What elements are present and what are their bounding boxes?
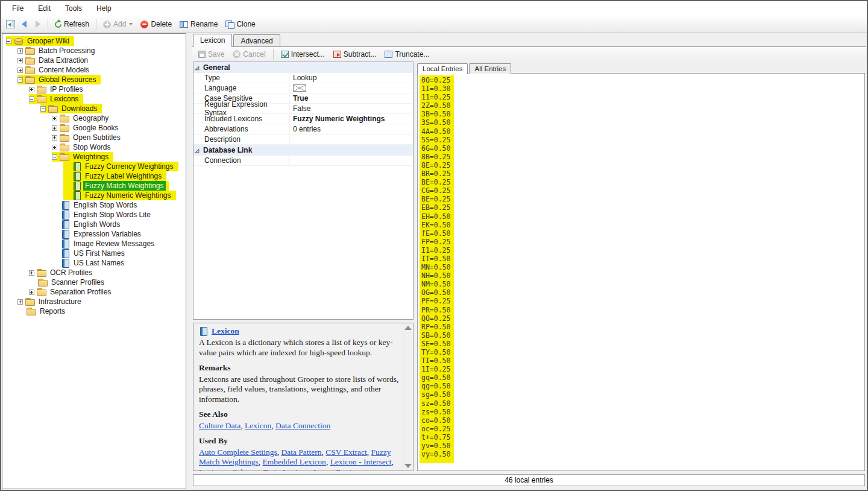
tree-item-downloads[interactable]: Downloads bbox=[2, 104, 186, 113]
lexicon-entry[interactable]: sz=0.50 bbox=[421, 399, 450, 408]
category-collapse-icon[interactable]: ◿ bbox=[195, 148, 203, 153]
lexicon-entry[interactable]: EH=0.50 bbox=[421, 212, 450, 221]
collapse-minus-icon[interactable] bbox=[52, 154, 57, 160]
property-category-general[interactable]: ◿General bbox=[193, 62, 413, 73]
tree-item-batch-processing[interactable]: Batch Processing bbox=[2, 46, 186, 55]
tree-item-expression-variables[interactable]: Expression Variables bbox=[2, 229, 186, 239]
collapse-minus-icon[interactable] bbox=[29, 97, 34, 102]
property-value[interactable] bbox=[290, 83, 413, 93]
lexicon-entry[interactable]: 1I=0.30 bbox=[421, 84, 450, 93]
lexicon-entry[interactable]: OG=0.50 bbox=[421, 288, 450, 297]
tree-item-geography[interactable]: Geography bbox=[2, 113, 186, 123]
lexicon-entry[interactable]: TI=0.50 bbox=[421, 356, 450, 365]
property-row-connection[interactable]: Connection bbox=[193, 156, 413, 166]
collapse-minus-icon[interactable] bbox=[6, 39, 11, 44]
category-collapse-icon[interactable]: ◿ bbox=[195, 65, 203, 71]
tree-item-reports[interactable]: Reports bbox=[2, 306, 186, 316]
tab-advanced[interactable]: Advanced bbox=[233, 34, 280, 46]
tree-item-english-stop-words[interactable]: English Stop Words bbox=[2, 200, 186, 210]
forward-button[interactable] bbox=[31, 17, 45, 31]
lexicon-entry[interactable]: BE=0.25 bbox=[421, 195, 450, 203]
truncate-button[interactable]: Truncate... bbox=[381, 48, 433, 60]
scroll-down-icon[interactable] bbox=[404, 464, 412, 468]
lexicon-entry[interactable]: 2Z=0.50 bbox=[421, 101, 450, 110]
lexicon-entry[interactable]: EK=0.50 bbox=[421, 221, 450, 229]
property-row-description[interactable]: Description bbox=[193, 135, 413, 145]
tree-item-lexicons[interactable]: Lexicons bbox=[2, 94, 186, 104]
link-data-connection[interactable]: Data Connection bbox=[275, 421, 330, 430]
property-value[interactable] bbox=[290, 135, 413, 144]
lexicon-entry[interactable]: NM=0.50 bbox=[421, 280, 450, 288]
lexicon-entry[interactable]: SE=0.50 bbox=[421, 340, 450, 348]
link-lexicon-subtract[interactable]: Lexicon - Subtract bbox=[199, 467, 259, 471]
clone-button[interactable]: Clone bbox=[222, 18, 259, 30]
lexicon-entry[interactable]: yv=0.50 bbox=[421, 442, 450, 450]
tree-item-content-models[interactable]: Content Models bbox=[2, 65, 186, 75]
tree-item-us-first-names[interactable]: US First Names bbox=[2, 249, 186, 258]
link-lexicon-intersect[interactable]: Lexicon - Intersect bbox=[330, 457, 392, 466]
delete-button[interactable]: Delete bbox=[137, 18, 175, 30]
tab-local-entries[interactable]: Local Entries bbox=[417, 63, 468, 74]
tree-item-fuzzy-numeric-weightings[interactable]: Fuzzy Numeric Weightings bbox=[2, 191, 186, 200]
lexicon-entry[interactable]: NH=0.50 bbox=[421, 271, 450, 280]
expand-plus-icon[interactable] bbox=[29, 270, 34, 276]
tree-item-stop-words[interactable]: Stop Words bbox=[2, 142, 186, 152]
expand-plus-icon[interactable] bbox=[29, 87, 34, 92]
lexicon-entry[interactable]: qg=0.50 bbox=[421, 382, 450, 390]
lexicon-entry[interactable]: 11=0.25 bbox=[421, 93, 450, 101]
property-value[interactable]: False bbox=[290, 104, 413, 113]
lexicon-entry[interactable]: 8B=0.25 bbox=[421, 153, 450, 161]
tree-item-us-last-names[interactable]: US Last Names bbox=[2, 258, 186, 268]
menu-tools[interactable]: Tools bbox=[58, 1, 89, 16]
link-image-review[interactable]: Image Review bbox=[313, 467, 360, 471]
tree-item-global-resources[interactable]: Global Resources bbox=[2, 75, 186, 84]
save-button[interactable]: Save bbox=[195, 48, 228, 60]
tree-item-google-books[interactable]: Google Books bbox=[2, 123, 186, 133]
property-category-database-link[interactable]: ◿Database Link bbox=[193, 145, 413, 156]
lexicon-entry[interactable]: BR=0.25 bbox=[421, 169, 450, 178]
collapse-minus-icon[interactable] bbox=[40, 106, 46, 112]
lexicon-entry[interactable]: EB=0.25 bbox=[421, 203, 450, 212]
property-value[interactable]: 0 entries bbox=[290, 124, 413, 134]
lexicon-entry[interactable]: QO=0.25 bbox=[421, 314, 450, 323]
back-button[interactable] bbox=[17, 17, 31, 31]
tree-item-infrastructure[interactable]: Infrastructure bbox=[2, 297, 186, 306]
lexicon-entry[interactable]: IT=0.50 bbox=[421, 255, 450, 263]
tab-all-entries[interactable]: All Entries bbox=[469, 63, 511, 74]
tree-item-ocr-profiles[interactable]: OCR Profiles bbox=[2, 268, 186, 277]
menu-file[interactable]: File bbox=[5, 1, 31, 16]
lexicon-entry[interactable]: zs=0.50 bbox=[421, 408, 450, 416]
lexicon-entry[interactable]: 3B=0.50 bbox=[421, 110, 450, 118]
tree-item-ip-profiles[interactable]: IP Profiles bbox=[2, 84, 186, 94]
property-row-included-lexicons[interactable]: Included LexiconsFuzzy Numeric Weighting… bbox=[193, 114, 413, 124]
lexicon-entry[interactable]: 3S=0.50 bbox=[421, 118, 450, 127]
property-row-language[interactable]: Language bbox=[193, 83, 413, 93]
add-button[interactable]: Add bbox=[99, 18, 136, 30]
lexicon-entry[interactable]: I1=0.25 bbox=[421, 246, 450, 255]
help-title-link[interactable]: Lexicon bbox=[212, 326, 239, 336]
tree-item-fuzzy-match-weightings[interactable]: Fuzzy Match Weightings bbox=[2, 181, 186, 191]
tree-item-english-words[interactable]: English Words bbox=[2, 220, 186, 229]
lexicon-entry[interactable]: FP=0.25 bbox=[421, 238, 450, 246]
property-value[interactable]: Lookup bbox=[290, 73, 413, 83]
link-csv-extract[interactable]: CSV Extract bbox=[326, 448, 366, 457]
collapse-minus-icon[interactable] bbox=[17, 77, 23, 83]
tree-item-data-extraction[interactable]: Data Extraction bbox=[2, 55, 186, 65]
property-value[interactable] bbox=[290, 156, 413, 165]
expand-plus-icon[interactable] bbox=[17, 68, 23, 73]
link-embedded-lexicon[interactable]: Embedded Lexicon bbox=[263, 457, 326, 466]
lexicon-entry[interactable]: CG=0.25 bbox=[421, 186, 450, 195]
lexicon-entry[interactable]: vy=0.50 bbox=[421, 450, 450, 458]
property-row-type[interactable]: TypeLookup bbox=[193, 73, 413, 83]
lexicon-entry[interactable]: SB=0.50 bbox=[421, 331, 450, 340]
help-scrollbar[interactable] bbox=[403, 323, 413, 470]
add-dropdown-caret-icon[interactable] bbox=[129, 23, 133, 25]
tree-item-english-stop-words-lite[interactable]: English Stop Words Lite bbox=[2, 210, 186, 220]
link-lexicon[interactable]: Lexicon bbox=[245, 421, 271, 430]
expand-plus-icon[interactable] bbox=[52, 125, 57, 131]
lexicon-entry[interactable]: t+=0.75 bbox=[421, 433, 450, 442]
expand-plus-icon[interactable] bbox=[17, 58, 23, 63]
link-data-pattern[interactable]: Data Pattern bbox=[281, 448, 322, 457]
cancel-button[interactable]: Cancel bbox=[229, 48, 269, 60]
property-row-regular-expression-syntax[interactable]: Regular Expression SyntaxFalse bbox=[193, 104, 413, 114]
